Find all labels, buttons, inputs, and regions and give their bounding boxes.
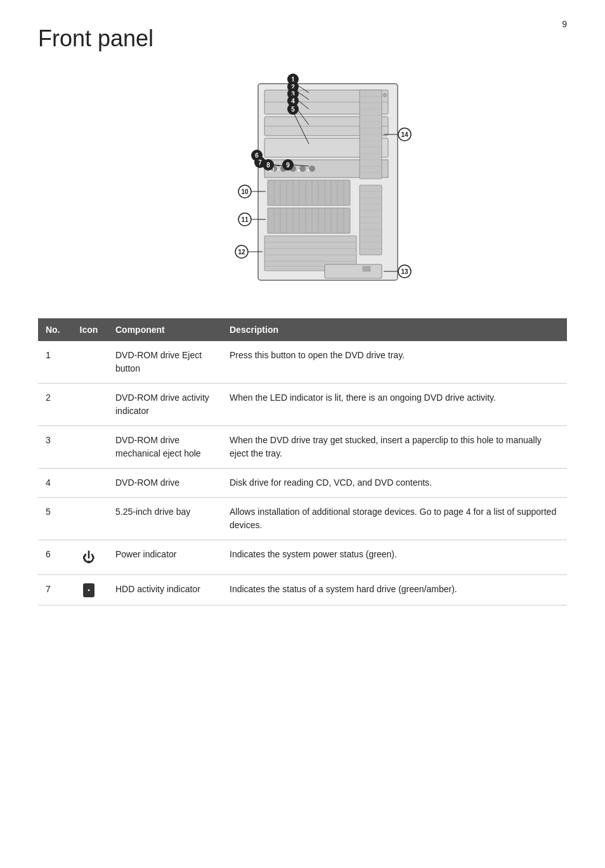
table-row: 2DVD-ROM drive activity indicatorWhen th…	[38, 384, 567, 426]
hdd-icon: ▪	[83, 583, 94, 597]
cell-no: 1	[38, 341, 70, 384]
cell-icon: ⏻	[70, 540, 108, 575]
cell-description: When the DVD drive tray get stucked, ins…	[222, 426, 567, 469]
cell-no: 3	[38, 426, 70, 469]
cell-component: 5.25-inch drive bay	[108, 498, 222, 540]
table-header-row: No. Icon Component Description	[38, 318, 567, 341]
diagram-container: ⏻ ▪ ! ▲ ▲	[38, 65, 567, 299]
svg-text:9: 9	[286, 162, 290, 169]
page-number: 9	[562, 19, 567, 29]
cell-component: DVD-ROM drive Eject button	[108, 341, 222, 384]
cell-no: 7	[38, 575, 70, 606]
cell-description: Indicates the system power status (green…	[222, 540, 567, 575]
svg-rect-76	[325, 264, 382, 278]
svg-text:12: 12	[238, 249, 245, 256]
table-row: 3DVD-ROM drive mechanical eject holeWhen…	[38, 426, 567, 469]
header-description: Description	[222, 318, 567, 341]
header-no: No.	[38, 318, 70, 341]
cell-no: 4	[38, 469, 70, 498]
table-row: 4DVD-ROM driveDisk drive for reading CD,…	[38, 469, 567, 498]
cell-icon	[70, 426, 108, 469]
svg-text:▲: ▲	[306, 167, 311, 172]
cell-no: 2	[38, 384, 70, 426]
svg-text:▪: ▪	[278, 167, 280, 172]
cell-component: HDD activity indicator	[108, 575, 222, 606]
cell-description: Indicates the status of a system hard dr…	[222, 575, 567, 606]
cell-description: Disk drive for reading CD, VCD, and DVD …	[222, 469, 567, 498]
svg-text:8: 8	[266, 162, 270, 169]
cell-component: DVD-ROM drive activity indicator	[108, 384, 222, 426]
svg-text:14: 14	[401, 131, 408, 138]
svg-text:▲: ▲	[297, 167, 301, 172]
svg-text:10: 10	[241, 188, 249, 195]
cell-icon: ▪	[70, 575, 108, 606]
cell-component: DVD-ROM drive	[108, 469, 222, 498]
cell-component: Power indicator	[108, 540, 222, 575]
components-table: No. Icon Component Description 1DVD-ROM …	[38, 318, 567, 606]
power-icon: ⏻	[82, 550, 95, 564]
cell-component: DVD-ROM drive mechanical eject hole	[108, 426, 222, 469]
table-row: 6⏻Power indicatorIndicates the system po…	[38, 540, 567, 575]
header-icon: Icon	[70, 318, 108, 341]
table-row: 55.25-inch drive bayAllows installation …	[38, 498, 567, 540]
header-component: Component	[108, 318, 222, 341]
cell-icon	[70, 469, 108, 498]
svg-rect-77	[363, 266, 370, 271]
cell-icon	[70, 384, 108, 426]
table-row: 1DVD-ROM drive Eject buttonPress this bu…	[38, 341, 567, 384]
cell-icon	[70, 341, 108, 384]
table-row: 7▪HDD activity indicatorIndicates the st…	[38, 575, 567, 606]
svg-rect-19	[268, 180, 350, 205]
cell-description: When the LED indicator is lit, there is …	[222, 384, 567, 426]
front-panel-diagram: ⏻ ▪ ! ▲ ▲	[169, 65, 436, 299]
page-title: Front panel	[38, 25, 567, 52]
svg-text:7: 7	[258, 159, 262, 166]
cell-icon	[70, 498, 108, 540]
svg-rect-65	[360, 185, 382, 255]
svg-rect-32	[268, 208, 350, 233]
svg-point-4	[383, 93, 387, 97]
cell-no: 6	[38, 540, 70, 575]
cell-description: Allows installation of additional storag…	[222, 498, 567, 540]
cell-description: Press this button to open the DVD drive …	[222, 341, 567, 384]
cell-no: 5	[38, 498, 70, 540]
svg-text:13: 13	[401, 268, 408, 275]
svg-text:5: 5	[291, 106, 295, 113]
svg-text:11: 11	[241, 216, 249, 223]
